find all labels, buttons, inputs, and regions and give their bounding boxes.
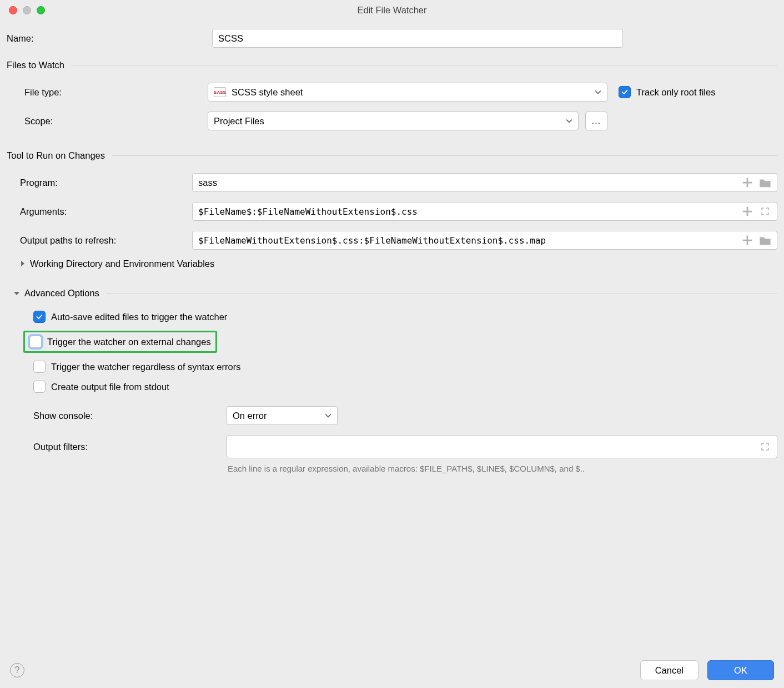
minimize-window-button[interactable] [23,6,31,14]
ok-label: OK [734,665,747,676]
ok-button[interactable]: OK [707,660,774,680]
output-paths-label: Output paths to refresh: [20,235,192,246]
trigger-external-label: Trigger the watcher on external changes [47,337,211,347]
files-to-watch-title: Files to Watch [7,60,64,70]
dialog-footer: ? Cancel OK [0,660,784,680]
cancel-button[interactable]: Cancel [640,660,698,680]
show-console-value: On error [233,411,267,421]
expand-icon[interactable] [759,205,771,217]
file-type-value: SCSS style sheet [232,87,303,98]
show-console-dropdown[interactable]: On error [227,406,338,425]
output-paths-input[interactable]: $FileNameWithoutExtension$.css:$FileName… [192,231,777,250]
scope-value: Project Files [214,116,264,127]
chevron-down-icon [566,116,572,127]
chevron-down-icon [325,411,331,421]
auto-save-checkbox[interactable] [33,311,46,323]
cancel-label: Cancel [655,665,684,676]
create-stdout-label: Create output file from stdout [51,382,169,392]
arguments-label: Arguments: [20,206,192,217]
arguments-value: $FileName$:$FileNameWithoutExtension$.cs… [198,206,418,217]
disclosure-down-icon[interactable] [13,288,20,299]
trigger-external-highlight: Trigger the watcher on external changes [23,331,217,353]
program-label: Program: [20,178,192,188]
trigger-regardless-label: Trigger the watcher regardless of syntax… [51,362,240,372]
track-root-checkbox[interactable] [619,86,631,98]
output-filters-label: Output filters: [33,442,227,452]
trigger-external-checkbox[interactable] [29,336,42,348]
trigger-regardless-checkbox[interactable] [33,361,46,373]
file-type-label: File type: [24,87,208,98]
chevron-down-icon [595,87,601,98]
window-title: Edit File Watcher [357,5,426,16]
name-input-value: SCSS [218,33,243,44]
file-type-dropdown[interactable]: SASS SCSS style sheet [208,83,607,102]
advanced-options-section: Advanced Options [7,288,777,299]
name-input[interactable]: SCSS [212,29,623,48]
output-paths-value: $FileNameWithoutExtension$.css:$FileName… [198,235,546,246]
program-input[interactable]: sass [192,173,777,192]
tool-to-run-title: Tool to Run on Changes [7,150,105,161]
browse-folder-icon[interactable] [759,176,771,189]
tool-to-run-section: Tool to Run on Changes [7,150,777,161]
output-filters-hint: Each line is a regular expression, avail… [228,464,777,473]
help-button[interactable]: ? [10,663,24,677]
working-dir-disclosure[interactable]: Working Directory and Environment Variab… [30,259,214,269]
disclosure-right-icon[interactable] [20,259,26,269]
edit-file-watcher-dialog: Edit File Watcher Name: SCSS Files to Wa… [0,0,784,688]
output-filters-input[interactable] [227,435,777,458]
insert-macro-button[interactable] [741,176,753,189]
titlebar: Edit File Watcher [0,0,784,20]
show-console-label: Show console: [33,411,227,421]
advanced-title: Advanced Options [24,288,99,299]
scope-label: Scope: [24,116,208,127]
name-label: Name: [7,33,212,44]
arguments-input[interactable]: $FileName$:$FileNameWithoutExtension$.cs… [192,202,777,221]
insert-macro-button[interactable] [741,234,753,246]
auto-save-label: Auto-save edited files to trigger the wa… [51,312,227,322]
expand-icon[interactable] [759,441,771,453]
program-value: sass [198,178,217,188]
close-window-button[interactable] [9,6,17,14]
scope-browse-button[interactable]: ... [585,112,607,130]
files-to-watch-section: Files to Watch [7,60,777,70]
create-stdout-checkbox[interactable] [33,381,46,393]
insert-macro-button[interactable] [741,205,753,217]
sass-file-icon: SASS [214,87,226,97]
window-controls [9,6,45,14]
zoom-window-button[interactable] [37,6,45,14]
browse-folder-icon[interactable] [759,234,771,246]
track-root-label: Track only root files [636,87,715,98]
scope-dropdown[interactable]: Project Files [208,112,579,130]
